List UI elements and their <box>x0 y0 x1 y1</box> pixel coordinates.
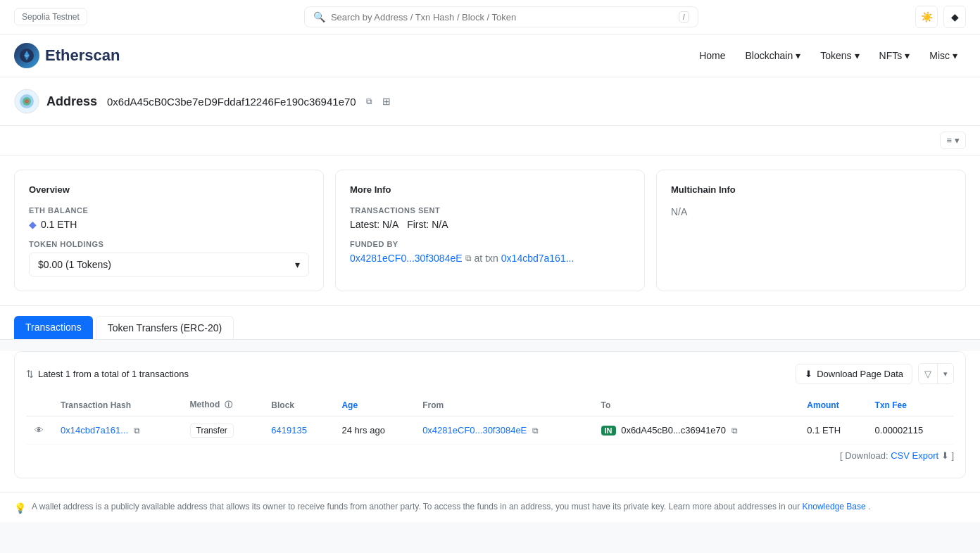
logo-icon <box>14 43 39 68</box>
latest-value: N/A <box>382 219 398 230</box>
row-txn-hash: 0x14cbd7a161... ⧉ <box>52 417 182 445</box>
network-badge[interactable]: Sepolia Testnet <box>14 8 87 25</box>
multichain-title: Multichain Info <box>671 184 951 195</box>
at-txn-label: at txn <box>475 253 498 264</box>
nav-blockchain[interactable]: Blockchain ▾ <box>736 46 809 65</box>
chevron-down-icon: ▾ <box>905 50 910 61</box>
eye-icon: 👁 <box>34 425 44 436</box>
nav-nfts[interactable]: NFTs ▾ <box>871 46 919 65</box>
download-icon: ⬇ <box>805 369 812 379</box>
filter-list-icon: ≡ <box>946 135 952 146</box>
col-to: To <box>593 394 799 417</box>
nav-misc[interactable]: Misc ▾ <box>921 46 966 65</box>
to-address: 0x6dA45cB0...c36941e70 <box>621 425 726 436</box>
chevron-down-icon: ▾ <box>943 369 948 379</box>
footer-note: 💡 A wallet address is a publicly availab… <box>0 492 980 522</box>
col-txn-hash: Transaction Hash <box>52 394 182 417</box>
copy-txn-icon[interactable]: ⧉ <box>134 426 140 436</box>
col-amount: Amount <box>798 394 866 417</box>
slash-badge: / <box>679 11 689 23</box>
sort-icon: ⇅ <box>26 369 34 379</box>
row-to: IN 0x6dA45cB0...c36941e70 ⧉ <box>593 417 799 445</box>
nav-home[interactable]: Home <box>691 46 734 65</box>
row-eye-icon[interactable]: 👁 <box>26 417 52 445</box>
tab-transactions[interactable]: Transactions <box>14 316 93 339</box>
tab-token-transfers[interactable]: Token Transfers (ERC-20) <box>96 316 234 339</box>
overview-title: Overview <box>29 184 309 195</box>
svg-point-4 <box>25 99 29 103</box>
funded-by-row: 0x4281eCF0...30f3084eE ⧉ at txn 0x14cbd7… <box>350 253 630 264</box>
row-block: 6419135 <box>263 417 333 445</box>
txn-hash-link[interactable]: 0x14cbd7a161... <box>501 253 574 264</box>
address-avatar <box>14 89 39 114</box>
sun-icon: ☀️ <box>921 11 933 23</box>
from-address-link[interactable]: 0x4281eCF0...30f3084eE <box>422 425 527 436</box>
table-row: 👁 0x14cbd7a161... ⧉ Transfer 6419135 24 … <box>26 417 954 445</box>
token-holdings-dropdown[interactable]: $0.00 (1 Tokens) ▾ <box>29 253 309 276</box>
info-circle-icon: ⓘ <box>225 400 232 409</box>
col-txn-fee: Txn Fee <box>867 394 954 417</box>
chevron-down-icon: ▾ <box>295 259 300 270</box>
multichain-card: Multichain Info N/A <box>656 170 966 291</box>
csv-download-row: [ Download: CSV Export ⬇ ] <box>26 445 954 466</box>
chevron-down-icon: ▾ <box>955 135 960 146</box>
latest-label: Latest: <box>350 219 379 230</box>
funded-address-link[interactable]: 0x4281eCF0...30f3084eE <box>350 253 463 264</box>
first-label: First: <box>407 219 429 230</box>
nav-tokens[interactable]: Tokens ▾ <box>812 46 867 65</box>
row-from: 0x4281eCF0...30f3084eE ⧉ <box>414 417 592 445</box>
col-method: Method ⓘ <box>182 394 263 417</box>
info-icon: 💡 <box>14 502 26 514</box>
more-info-title: More Info <box>350 184 630 195</box>
copy-funded-icon[interactable]: ⧉ <box>465 253 472 263</box>
col-block: Block <box>263 394 333 417</box>
address-label: Address <box>46 94 97 109</box>
filter-icon: ▽ <box>924 369 931 379</box>
row-txn-fee: 0.00002115 <box>867 417 954 445</box>
qr-code-icon[interactable]: ⊞ <box>382 96 391 107</box>
chevron-down-icon: ▾ <box>953 50 957 61</box>
overview-card: Overview ETH BALANCE ◆ 0.1 ETH TOKEN HOL… <box>14 170 324 291</box>
row-age: 24 hrs ago <box>333 417 414 445</box>
logo[interactable]: Etherscan <box>14 43 120 68</box>
funded-by-label: FUNDED BY <box>350 240 630 248</box>
eth-balance-label: ETH BALANCE <box>29 206 309 215</box>
row-amount: 0.1 ETH <box>798 417 866 445</box>
logo-text: Etherscan <box>45 46 120 65</box>
txns-sent-values: Latest: N/A First: N/A <box>350 219 630 230</box>
main-nav: Home Blockchain ▾ Tokens ▾ NFTs ▾ Misc ▾ <box>691 46 966 65</box>
ethereum-icon-button[interactable]: ◆ <box>943 6 966 28</box>
search-box: 🔍 / <box>304 6 698 27</box>
txn-hash-link[interactable]: 0x14cbd7a161... <box>61 425 128 436</box>
address-hash: 0x6dA45cB0C3be7eD9Fddaf12246Fe190c36941e… <box>107 96 356 108</box>
theme-toggle-button[interactable]: ☀️ <box>915 6 938 28</box>
knowledge-base-link[interactable]: Knowledge Base <box>803 502 866 511</box>
search-input[interactable] <box>331 12 673 23</box>
download-csv-icon: ⬇ <box>941 450 949 461</box>
download-page-data-button[interactable]: ⬇ Download Page Data <box>796 364 912 384</box>
token-holdings-label: TOKEN HOLDINGS <box>29 240 309 248</box>
filter-button[interactable]: ▽ <box>919 364 937 383</box>
more-info-card: More Info TRANSACTIONS SENT Latest: N/A … <box>335 170 645 291</box>
chevron-down-icon: ▾ <box>796 50 800 61</box>
method-badge: Transfer <box>190 424 234 438</box>
table-summary: ⇅ Latest 1 from a total of 1 transaction… <box>26 369 189 379</box>
transactions-table: Transaction Hash Method ⓘ Block Age From <box>26 394 954 445</box>
col-eye <box>26 394 52 417</box>
col-from: From <box>414 394 592 417</box>
copy-to-icon[interactable]: ⧉ <box>731 426 738 436</box>
block-link[interactable]: 6419135 <box>271 425 307 436</box>
row-method: Transfer <box>182 417 263 445</box>
txns-sent-label: TRANSACTIONS SENT <box>350 206 630 215</box>
search-icon: 🔍 <box>313 11 325 23</box>
col-age: Age <box>333 394 414 417</box>
layout-filter-button[interactable]: ≡ ▾ <box>940 132 966 149</box>
filter-area: ▽ ▾ <box>918 363 954 384</box>
filter-dropdown-button[interactable]: ▾ <box>938 365 953 383</box>
in-badge: IN <box>601 426 616 436</box>
csv-export-link[interactable]: CSV Export <box>891 450 938 461</box>
copy-address-icon[interactable]: ⧉ <box>366 96 372 106</box>
first-value: N/A <box>432 219 448 230</box>
copy-from-icon[interactable]: ⧉ <box>532 426 539 436</box>
multichain-value: N/A <box>671 206 951 217</box>
